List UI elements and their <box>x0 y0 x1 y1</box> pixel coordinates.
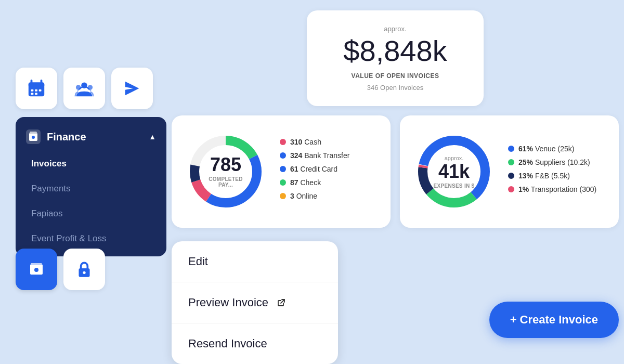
online-count: 3 <box>290 192 294 200</box>
sidebar-item-fapiaos[interactable]: Fapiaos <box>16 201 166 226</box>
fnb-dot <box>508 173 514 179</box>
middle-row: 785 COMPLETED PAY... 310 Cash 324 Bank T… <box>172 115 619 228</box>
calendar-nav-button[interactable] <box>16 68 57 109</box>
payments-chart-card: 785 COMPLETED PAY... 310 Cash 324 Bank T… <box>172 115 391 228</box>
payments-count: 785 <box>205 155 246 174</box>
payments-donut: 785 COMPLETED PAY... <box>184 130 267 213</box>
transport-pct: 1% <box>518 185 529 193</box>
sidebar-finance-header[interactable]: Finance ▲ <box>16 122 166 151</box>
legend-venue: 61% Venue (25k) <box>508 145 606 153</box>
svg-rect-3 <box>41 80 43 85</box>
stat-sub: 346 Open Invoices <box>328 84 463 92</box>
finance-bottom-button[interactable] <box>16 249 57 290</box>
create-invoice-button[interactable]: + Create Invoice <box>489 302 619 338</box>
legend-cash: 310 Cash <box>280 138 378 146</box>
svg-rect-7 <box>31 93 34 95</box>
svg-point-16 <box>83 271 85 274</box>
svg-point-14 <box>34 268 38 272</box>
sidebar-title: Finance <box>47 131 86 143</box>
sidebar-arrow: ▲ <box>149 133 156 141</box>
dropdown-menu: Edit Preview Invoice Resend Invoice <box>172 241 338 364</box>
venue-pct: 61% <box>518 145 533 153</box>
external-link-icon <box>277 298 286 307</box>
cash-count: 310 <box>290 138 302 146</box>
edit-label: Edit <box>188 255 208 268</box>
venue-dot <box>508 146 514 152</box>
expenses-legend: 61% Venue (25k) 25% Suppliers (10.2k) 13… <box>508 145 606 199</box>
approx-label: approx. <box>328 25 463 33</box>
stat-value: $8,848k <box>328 35 463 67</box>
open-invoices-card: approx. $8,848k VALUE OF OPEN INVOICES 3… <box>307 10 484 106</box>
expenses-value: 41k <box>434 162 475 180</box>
lock-bottom-button[interactable] <box>63 249 105 290</box>
legend-online: 3 Online <box>280 192 378 200</box>
svg-rect-6 <box>39 89 42 92</box>
credit-count: 61 <box>290 165 298 173</box>
expenses-donut: approx. 41k EXPENSES IN $ <box>412 130 496 213</box>
suppliers-pct: 25% <box>518 158 533 166</box>
sidebar-item-payments[interactable]: Payments <box>16 176 166 201</box>
expenses-chart-card: approx. 41k EXPENSES IN $ 61% Venue (25k… <box>400 115 619 228</box>
payments-donut-label: 785 COMPLETED PAY... <box>205 155 246 188</box>
credit-dot <box>280 166 286 172</box>
edit-menu-item[interactable]: Edit <box>172 241 338 282</box>
online-dot <box>280 193 286 199</box>
stat-label: VALUE OF OPEN INVOICES <box>328 72 463 80</box>
svg-rect-5 <box>35 89 37 92</box>
sidebar-item-invoices[interactable]: Invoices <box>16 151 166 176</box>
resend-invoice-label: Resend Invoice <box>188 337 267 350</box>
check-dot <box>280 179 286 186</box>
bank-count: 324 <box>290 151 302 160</box>
svg-rect-8 <box>35 93 37 95</box>
legend-fnb: 13% F&B (5.5k) <box>508 172 606 180</box>
fnb-pct: 13% <box>518 172 533 180</box>
check-count: 87 <box>290 178 298 187</box>
sidebar-nav: Finance ▲ Invoices Payments Fapiaos Even… <box>16 117 166 256</box>
resend-invoice-menu-item[interactable]: Resend Invoice <box>172 323 338 364</box>
payments-legend: 310 Cash 324 Bank Transfer 61 Credit Car… <box>280 138 378 205</box>
sidebar-icons-top <box>16 68 153 109</box>
community-nav-button[interactable] <box>63 68 105 109</box>
svg-rect-4 <box>31 89 34 92</box>
svg-point-13 <box>32 136 35 139</box>
suppliers-dot <box>508 159 514 165</box>
preview-invoice-label: Preview Invoice <box>188 296 268 309</box>
expenses-donut-label: approx. 41k EXPENSES IN $ <box>434 154 475 188</box>
legend-suppliers: 25% Suppliers (10.2k) <box>508 158 606 166</box>
expenses-label: EXPENSES IN $ <box>434 183 475 188</box>
bank-dot <box>280 152 286 159</box>
cash-dot <box>280 139 286 145</box>
cards-area: approx. $8,848k VALUE OF OPEN INVOICES 3… <box>172 10 619 364</box>
main-content: approx. $8,848k VALUE OF OPEN INVOICES 3… <box>172 5 619 359</box>
legend-check: 87 Check <box>280 178 378 187</box>
legend-credit: 61 Credit Card <box>280 165 378 173</box>
sidebar-icons-bottom <box>16 249 105 290</box>
svg-rect-2 <box>31 80 33 85</box>
sidebar-item-event-profit[interactable]: Event Profit & Loss <box>16 226 166 251</box>
send-nav-button[interactable] <box>111 68 153 109</box>
payments-label: COMPLETED PAY... <box>205 176 246 188</box>
legend-transport: 1% Transportation (300) <box>508 185 606 193</box>
legend-bank: 324 Bank Transfer <box>280 151 378 160</box>
preview-invoice-menu-item[interactable]: Preview Invoice <box>172 282 338 323</box>
transport-dot <box>508 186 514 192</box>
